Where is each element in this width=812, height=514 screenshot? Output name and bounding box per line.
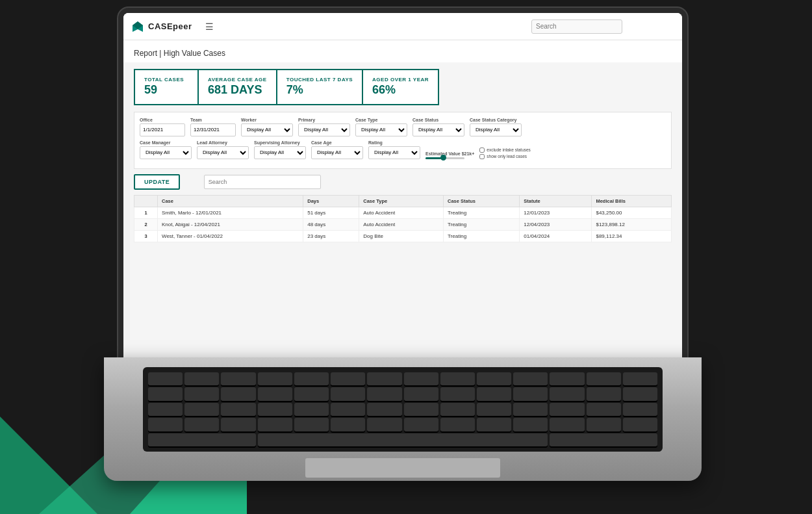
filter-group-lead-attorney: Lead Attorney Display All — [197, 140, 249, 159]
app-ui: CASEpeer ☰ Report | High Value Cases TOT… — [123, 13, 682, 357]
row-case-status: Treating — [444, 230, 520, 242]
col-header-medical-bills[interactable]: Medical Bills — [592, 195, 672, 207]
laptop-keyboard — [143, 367, 663, 452]
stat-card-aged: AGED OVER 1 YEAR 66% — [363, 69, 439, 105]
app-header: CASEpeer ☰ — [123, 13, 682, 40]
filter-label-supervising-attorney: Supervising Attorney — [254, 140, 306, 145]
hamburger-icon[interactable]: ☰ — [205, 21, 214, 32]
filter-label-team: Team — [190, 118, 236, 122]
filter-label-primary: Primary — [298, 118, 350, 122]
table-row[interactable]: 2 Knot, Abigai - 12/04/2021 48 days Auto… — [134, 218, 672, 230]
slider-fill — [425, 157, 441, 159]
filter-group-case-status: Case Status Display All — [412, 118, 464, 136]
update-button[interactable]: UPDATE — [134, 174, 180, 190]
filter-group-office: Office — [140, 118, 185, 136]
checkbox-area: exclude intake statuses show only lead c… — [479, 148, 531, 159]
row-case-status: Treating — [444, 207, 520, 218]
stat-label-aged: AGED OVER 1 YEAR — [372, 77, 429, 83]
filter-select-lead-attorney[interactable]: Display All — [197, 146, 249, 159]
page-title-bar: Report | High Value Cases — [123, 40, 682, 62]
row-medical-bills: $43,250.00 — [592, 207, 672, 218]
checkbox-label-lead-cases: show only lead cases — [487, 154, 527, 159]
filter-select-case-status[interactable]: Display All — [412, 123, 464, 136]
laptop-display: CASEpeer ☰ Report | High Value Cases TOT… — [104, 13, 721, 481]
logo-text: CASEpeer — [148, 21, 192, 31]
filter-label-case-type: Case Type — [355, 118, 407, 122]
stat-value-touched: 7% — [286, 83, 353, 97]
filter-select-supervising-attorney[interactable]: Display All — [254, 146, 306, 159]
stat-value-total-cases: 59 — [144, 83, 188, 97]
filter-input-team[interactable] — [190, 123, 236, 136]
slider-track[interactable] — [425, 157, 464, 159]
stat-value-avg-age: 681 DAYS — [208, 83, 267, 97]
table-row[interactable]: 1 Smith, Marlo - 12/01/2021 51 days Auto… — [134, 207, 672, 218]
filter-group-rating: Rating Display All — [368, 140, 420, 159]
filter-group-supervising-attorney: Supervising Attorney Display All — [254, 140, 306, 159]
checkbox-item-lead-cases: show only lead cases — [479, 154, 531, 159]
col-header-days[interactable]: Days — [303, 195, 359, 207]
stat-label-avg-age: AVERAGE CASE AGE — [208, 77, 267, 83]
stat-label-touched: TOUCHED LAST 7 DAYS — [286, 77, 353, 83]
filter-label-rating: Rating — [368, 140, 420, 145]
filter-group-case-manager: Case Manager Display All — [140, 140, 192, 159]
stats-row: TOTAL CASES 59 AVERAGE CASE AGE 681 DAYS… — [134, 69, 672, 105]
row-days: 48 days — [303, 218, 359, 230]
filter-select-worker[interactable]: Display All — [241, 123, 293, 136]
filter-select-case-type[interactable]: Display All — [355, 123, 407, 136]
stat-label-total-cases: TOTAL CASES — [144, 77, 188, 83]
filter-select-rating[interactable]: Display All — [368, 146, 420, 159]
laptop-keyboard-base — [104, 357, 702, 481]
filter-label-case-manager: Case Manager — [140, 140, 192, 145]
filter-group-case-age: Case Age Display All — [311, 140, 363, 159]
filter-label-lead-attorney: Lead Attorney — [197, 140, 249, 145]
row-num: 3 — [134, 230, 158, 242]
col-header-num — [134, 195, 158, 207]
col-header-case-type[interactable]: Case Type — [359, 195, 444, 207]
row-medical-bills: $123,898.12 — [592, 218, 672, 230]
filter-input-office[interactable] — [140, 123, 185, 136]
slider-thumb[interactable] — [440, 155, 446, 161]
filter-select-case-status-cat[interactable]: Display All — [470, 123, 522, 136]
table-search-input[interactable] — [204, 175, 321, 189]
row-case: Smith, Marlo - 12/01/2021 — [157, 207, 303, 218]
col-header-case[interactable]: Case — [157, 195, 303, 207]
row-case-status: Treating — [444, 218, 520, 230]
row-statute: 12/04/2023 — [520, 218, 592, 230]
checkbox-label-exclude-intake: exclude intake statuses — [487, 148, 531, 152]
casepeer-logo-icon — [131, 20, 144, 33]
filter-row-2: Case Manager Display All Lead Attorney D… — [140, 140, 666, 159]
row-case: Knot, Abigai - 12/04/2021 — [157, 218, 303, 230]
filter-select-case-manager[interactable]: Display All — [140, 146, 192, 159]
table-row[interactable]: 3 West, Tanner - 01/04/2022 23 days Dog … — [134, 230, 672, 242]
filter-select-case-age[interactable]: Display All — [311, 146, 363, 159]
col-header-case-status[interactable]: Case Status — [444, 195, 520, 207]
filter-group-case-status-cat: Case Status Category Display All — [470, 118, 522, 136]
slider-area — [425, 157, 474, 159]
filter-row-1: Office Team Worker Display All P — [140, 118, 666, 136]
row-case-type: Auto Accident — [359, 207, 444, 218]
filter-label-office: Office — [140, 118, 185, 122]
row-statute: 01/04/2024 — [520, 230, 592, 242]
filters-section: Office Team Worker Display All P — [134, 112, 672, 169]
col-header-statute[interactable]: Statute — [520, 195, 592, 207]
row-days: 23 days — [303, 230, 359, 242]
filter-select-primary[interactable]: Display All — [298, 123, 350, 136]
logo-area: CASEpeer — [131, 20, 192, 33]
filter-label-case-age: Case Age — [311, 140, 363, 145]
filter-group-case-type: Case Type Display All — [355, 118, 407, 136]
table-header-row: Case Days Case Type Case Status Statute … — [134, 195, 672, 207]
filter-label-case-status-cat: Case Status Category — [470, 118, 522, 122]
checkbox-exclude-intake[interactable] — [479, 148, 485, 153]
laptop-trackpad — [305, 458, 500, 478]
row-days: 51 days — [303, 207, 359, 218]
filter-label-worker: Worker — [241, 118, 293, 122]
stat-card-avg-age: AVERAGE CASE AGE 681 DAYS — [199, 69, 277, 105]
header-search-input[interactable] — [531, 19, 622, 34]
filter-group-worker: Worker Display All — [241, 118, 293, 136]
filter-group-primary: Primary Display All — [298, 118, 350, 136]
table-body: 1 Smith, Marlo - 12/01/2021 51 days Auto… — [134, 207, 672, 242]
stat-card-total-cases: TOTAL CASES 59 — [134, 69, 199, 105]
stat-card-touched: TOUCHED LAST 7 DAYS 7% — [277, 69, 363, 105]
filter-group-team: Team — [190, 118, 236, 136]
checkbox-lead-cases[interactable] — [479, 154, 485, 159]
